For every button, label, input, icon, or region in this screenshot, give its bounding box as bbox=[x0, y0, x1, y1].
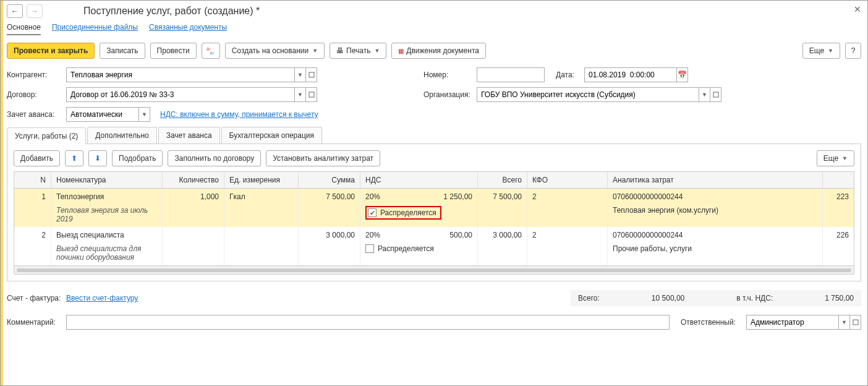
org-label: Организация: bbox=[423, 90, 473, 99]
comment-label: Комментарий: bbox=[7, 318, 62, 327]
fill-by-contract-button[interactable]: Заполнить по договору bbox=[168, 150, 261, 166]
col-nom[interactable]: Номенклатура bbox=[51, 172, 163, 188]
close-icon[interactable]: ✕ bbox=[854, 4, 861, 14]
table-row[interactable]: 2Выезд специалиста3 000,0020%500,003 000… bbox=[14, 227, 854, 243]
col-total[interactable]: Всего bbox=[478, 172, 527, 188]
svg-rect-2 bbox=[309, 72, 314, 77]
vat-settings-link[interactable]: НДС: включен в сумму, принимается к выче… bbox=[160, 110, 318, 119]
print-button[interactable]: 🖶Печать▼ bbox=[330, 43, 386, 59]
table-row-sub[interactable]: Тепловая энергия за июль 2019✔Распределя… bbox=[14, 205, 854, 227]
svg-text:Кт: Кт bbox=[210, 51, 214, 55]
save-button[interactable]: Записать bbox=[100, 43, 145, 59]
services-grid: N Номенклатура Количество Ед. измерения … bbox=[14, 171, 854, 266]
col-n[interactable]: N bbox=[14, 172, 51, 188]
svg-rect-5 bbox=[853, 320, 858, 325]
tab-accounting[interactable]: Бухгалтерская операция bbox=[221, 127, 322, 144]
invoice-label: Счет - фактура: bbox=[7, 294, 62, 302]
enter-invoice-link[interactable]: Ввести счет-фактуру bbox=[66, 294, 138, 302]
date-label: Дата: bbox=[556, 71, 581, 79]
counterparty-dropdown[interactable]: ▼ bbox=[295, 67, 306, 82]
nav-back-button[interactable]: ← bbox=[7, 4, 23, 18]
nav-forward-button[interactable]: → bbox=[27, 4, 43, 18]
col-last bbox=[823, 172, 854, 188]
contract-dropdown[interactable]: ▼ bbox=[295, 87, 306, 102]
yellow-edge bbox=[1, 1, 3, 385]
col-vat[interactable]: НДС bbox=[360, 172, 478, 188]
contract-open[interactable] bbox=[306, 87, 317, 102]
table-row[interactable]: 1Теплоэнергия1,000Гкал7 500,0020%1 250,0… bbox=[14, 189, 854, 205]
number-label: Номер: bbox=[423, 71, 473, 79]
tab-files[interactable]: Присоединенные файлы bbox=[52, 23, 138, 35]
move-up-button[interactable]: ⬆ bbox=[65, 150, 83, 166]
date-picker-button[interactable]: 📅 bbox=[677, 67, 688, 82]
responsible-label: Ответственный: bbox=[681, 318, 742, 327]
contract-input[interactable] bbox=[66, 87, 295, 102]
printer-icon: 🖶 bbox=[336, 46, 344, 55]
responsible-dropdown[interactable]: ▼ bbox=[839, 315, 850, 330]
top-tabs: Основное Присоединенные файлы Связанные … bbox=[7, 23, 861, 35]
svg-text:Дт: Дт bbox=[206, 47, 211, 51]
comment-input[interactable] bbox=[66, 315, 670, 330]
col-an[interactable]: Аналитика затрат bbox=[608, 172, 823, 188]
distributed-checkbox[interactable]: Распределяется bbox=[365, 244, 434, 253]
advance-input[interactable] bbox=[66, 107, 139, 122]
counterparty-label: Контрагент: bbox=[7, 71, 62, 79]
set-analytics-button[interactable]: Установить аналитику затрат bbox=[266, 150, 380, 166]
counterparty-open[interactable] bbox=[306, 67, 317, 82]
dt-kt-icon[interactable]: ДтКт bbox=[202, 43, 220, 59]
post-button[interactable]: Провести bbox=[150, 43, 197, 59]
org-open[interactable] bbox=[710, 87, 721, 102]
col-kfo[interactable]: КФО bbox=[527, 172, 608, 188]
pick-button[interactable]: Подобрать bbox=[112, 150, 163, 166]
org-input[interactable] bbox=[477, 87, 699, 102]
more-button[interactable]: Еще▼ bbox=[802, 43, 840, 59]
total-value: 10 500,00 bbox=[652, 294, 684, 302]
svg-rect-4 bbox=[713, 92, 718, 97]
post-and-close-button[interactable]: Провести и закрыть bbox=[7, 43, 95, 59]
add-row-button[interactable]: Добавить bbox=[14, 150, 60, 166]
col-qty[interactable]: Количество bbox=[163, 172, 224, 188]
svg-rect-3 bbox=[309, 92, 314, 97]
help-button[interactable]: ? bbox=[845, 43, 861, 59]
move-down-button[interactable]: ⬇ bbox=[88, 150, 107, 166]
counterparty-input[interactable] bbox=[66, 67, 295, 82]
distributed-checkbox[interactable]: ✔Распределяется bbox=[365, 206, 441, 220]
responsible-open[interactable] bbox=[850, 315, 861, 330]
number-input[interactable] bbox=[477, 67, 545, 82]
tab-main[interactable]: Основное bbox=[7, 23, 41, 35]
org-dropdown[interactable]: ▼ bbox=[699, 87, 710, 102]
totals-box: Всего: 10 500,00 в т.ч. НДС: 1 750,00 bbox=[571, 290, 861, 306]
create-based-button[interactable]: Создать на основании▼ bbox=[225, 43, 325, 59]
vat-total-value: 1 750,00 bbox=[825, 294, 854, 302]
tab-related[interactable]: Связанные документы bbox=[149, 23, 227, 35]
responsible-input[interactable] bbox=[746, 315, 839, 330]
date-input[interactable] bbox=[584, 67, 677, 82]
movements-button[interactable]: ▦Движения документа bbox=[391, 43, 486, 59]
advance-label: Зачет аванса: bbox=[7, 110, 62, 119]
col-sum[interactable]: Сумма bbox=[299, 172, 360, 188]
tab-advance[interactable]: Зачет аванса bbox=[158, 127, 220, 144]
col-unit[interactable]: Ед. измерения bbox=[224, 172, 299, 188]
grid-more-button[interactable]: Еще▼ bbox=[817, 150, 854, 166]
table-row-sub[interactable]: Выезд специалиста для починки оборудован… bbox=[14, 243, 854, 265]
contract-label: Договор: bbox=[7, 90, 62, 99]
page-title: Поступление услуг, работ (создание) * bbox=[83, 6, 260, 17]
advance-dropdown[interactable]: ▼ bbox=[139, 107, 150, 122]
tab-services[interactable]: Услуги, работы (2) bbox=[7, 127, 86, 144]
horizontal-scrollbar[interactable] bbox=[14, 266, 854, 275]
tab-extra[interactable]: Дополнительно bbox=[87, 127, 156, 144]
report-icon: ▦ bbox=[398, 48, 404, 54]
